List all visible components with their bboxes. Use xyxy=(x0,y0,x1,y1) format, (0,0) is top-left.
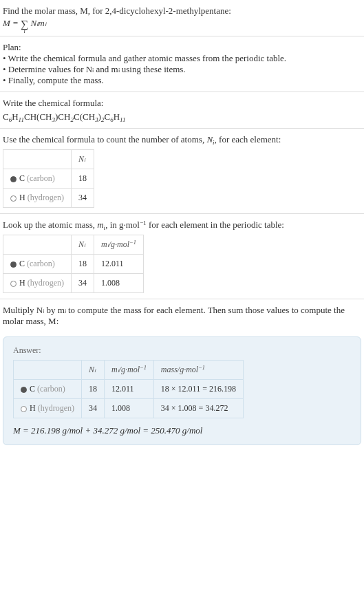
table-row: H (hydrogen) 34 xyxy=(3,189,94,208)
m-cell: 1.008 xyxy=(105,399,154,418)
chem-formula-section: Write the chemical formula: C6H11CH(CH3)… xyxy=(0,92,364,129)
neg1-sup: −1 xyxy=(140,219,147,226)
chem-part: )CH xyxy=(55,111,70,122)
neg1-sup: −1 xyxy=(140,365,147,371)
table-row: C (carbon) 18 12.011 18 × 12.011 = 216.1… xyxy=(14,380,244,399)
table-header-empty xyxy=(3,235,72,255)
table-header-ni: Nᵢ xyxy=(72,235,94,255)
count-heading: Use the chemical formula to count the nu… xyxy=(3,134,361,145)
atomic-mi-symbol: mi xyxy=(97,219,105,230)
chem-part: H xyxy=(114,111,120,122)
element-name: (carbon) xyxy=(37,384,65,394)
chem-sub: 2 xyxy=(70,116,74,123)
n-cell: 34 xyxy=(82,399,105,418)
carbon-dot-icon xyxy=(10,176,17,182)
element-cell: C (carbon) xyxy=(14,380,82,399)
neg1-sup: −1 xyxy=(129,239,136,246)
hydrogen-dot-icon xyxy=(10,281,17,287)
plan-item: Write the chemical formula and gather at… xyxy=(3,53,361,64)
n-cell: 34 xyxy=(72,274,94,293)
chem-part: C xyxy=(3,111,9,122)
chem-part: CH(CH xyxy=(24,111,52,122)
atomic-heading: Look up the atomic mass, mi, in g·mol−1 … xyxy=(3,219,361,231)
element-symbol: C xyxy=(19,173,25,183)
table-header-mi: mᵢ/g·mol−1 xyxy=(105,361,154,380)
chem-part: C(CH xyxy=(74,111,95,122)
answer-table: Nᵢ mᵢ/g·mol−1 mass/g·mol−1 C (carbon) 18… xyxy=(13,360,244,418)
mi-header-a: mᵢ/g·mol xyxy=(101,239,129,249)
table-row: C (carbon) 18 12.011 xyxy=(3,255,144,274)
chem-heading: Write the chemical formula: xyxy=(3,98,361,109)
plan-item: Determine values for Nᵢ and mᵢ using the… xyxy=(3,64,361,75)
mi-header-a: mᵢ/g·mol xyxy=(111,365,140,374)
table-row: C (carbon) 18 xyxy=(3,169,94,189)
element-symbol: H xyxy=(19,278,25,288)
element-symbol: H xyxy=(30,403,36,413)
chem-sub: 11 xyxy=(120,116,125,123)
n-cell: 18 xyxy=(72,255,94,274)
element-name: (carbon) xyxy=(27,173,55,183)
atomic-heading-c: for each element in the periodic table: xyxy=(147,219,284,230)
answer-box: Answer: Nᵢ mᵢ/g·mol−1 mass/g·mol−1 C (ca… xyxy=(3,336,361,445)
intro-line1: Find the molar mass, M, for 2,4-dicycloh… xyxy=(3,6,361,17)
intro-section: Find the molar mass, M, for 2,4-dicycloh… xyxy=(0,0,364,36)
answer-title: Answer: xyxy=(13,345,351,356)
m-cell: 1.008 xyxy=(94,274,144,293)
neg1-sup: −1 xyxy=(198,365,205,371)
element-name: (hydrogen) xyxy=(28,193,64,202)
element-cell: H (hydrogen) xyxy=(3,274,72,293)
table-header-row: Nᵢ mᵢ/g·mol−1 xyxy=(3,235,144,255)
count-heading-a: Use the chemical formula to count the nu… xyxy=(3,134,206,144)
table-header-empty xyxy=(3,150,72,169)
chem-part: C xyxy=(104,111,110,122)
element-symbol: H xyxy=(19,193,25,202)
m-cell: 12.011 xyxy=(94,255,144,274)
intro-formula: M = ∑i Nᵢmᵢ xyxy=(3,18,361,30)
table-header-row: Nᵢ xyxy=(3,150,94,169)
n-cell: 18 xyxy=(72,169,94,189)
n-cell: 34 xyxy=(72,189,94,208)
element-cell: C (carbon) xyxy=(3,169,72,189)
chem-formula: C6H11CH(CH3)CH2C(CH3)2C6H11 xyxy=(3,111,361,122)
carbon-dot-icon xyxy=(10,261,17,268)
plan-list: Write the chemical formula and gather at… xyxy=(3,53,361,86)
count-heading-b: , for each element: xyxy=(215,134,281,144)
mass-cell: 34 × 1.008 = 34.272 xyxy=(153,399,243,418)
multiply-text: Multiply Nᵢ by mᵢ to compute the mass fo… xyxy=(3,305,361,327)
element-symbol: C xyxy=(30,384,35,394)
formula-prefix: M = xyxy=(3,18,21,28)
count-section: Use the chemical formula to count the nu… xyxy=(0,129,364,214)
atomic-heading-a: Look up the atomic mass, xyxy=(3,219,97,230)
chem-part: H xyxy=(12,111,18,122)
chem-sub: 11 xyxy=(19,116,24,123)
chem-sub: 3 xyxy=(95,116,98,123)
plan-section: Plan: Write the chemical formula and gat… xyxy=(0,36,364,92)
table-row: H (hydrogen) 34 1.008 34 × 1.008 = 34.27… xyxy=(14,399,244,418)
element-cell: H (hydrogen) xyxy=(14,399,82,418)
element-name: (hydrogen) xyxy=(38,403,74,413)
plan-heading: Plan: xyxy=(3,42,361,53)
atomic-heading-b: , in g·mol xyxy=(105,219,140,230)
sigma-icon: ∑i xyxy=(21,18,28,30)
table-header-mass: mass/g·mol−1 xyxy=(153,361,243,380)
plan-item: Finally, compute the mass. xyxy=(3,75,361,86)
element-name: (carbon) xyxy=(27,259,55,268)
chem-sub: 3 xyxy=(52,116,55,123)
sigma-subscript: i xyxy=(23,28,25,34)
element-name: (hydrogen) xyxy=(28,278,64,288)
count-ni-symbol: Ni xyxy=(206,134,214,144)
table-header-row: Nᵢ mᵢ/g·mol−1 mass/g·mol−1 xyxy=(14,361,244,380)
mass-cell: 18 × 12.011 = 216.198 xyxy=(153,380,243,399)
final-answer: M = 216.198 g/mol + 34.272 g/mol = 250.4… xyxy=(13,425,351,436)
mass-header-a: mass/g·mol xyxy=(161,365,198,374)
atomic-table: Nᵢ mᵢ/g·mol−1 C (carbon) 18 12.011 H (hy… xyxy=(3,235,144,293)
multiply-section: Multiply Nᵢ by mᵢ to compute the mass fo… xyxy=(0,299,364,332)
table-header-empty xyxy=(14,361,82,380)
n-cell: 18 xyxy=(82,380,105,399)
element-cell: H (hydrogen) xyxy=(3,189,72,208)
element-symbol: C xyxy=(19,259,25,268)
hydrogen-dot-icon xyxy=(21,406,27,412)
count-table: Nᵢ C (carbon) 18 H (hydrogen) 34 xyxy=(3,149,94,208)
chem-sub: 2 xyxy=(101,116,105,123)
atomic-section: Look up the atomic mass, mi, in g·mol−1 … xyxy=(0,214,364,299)
